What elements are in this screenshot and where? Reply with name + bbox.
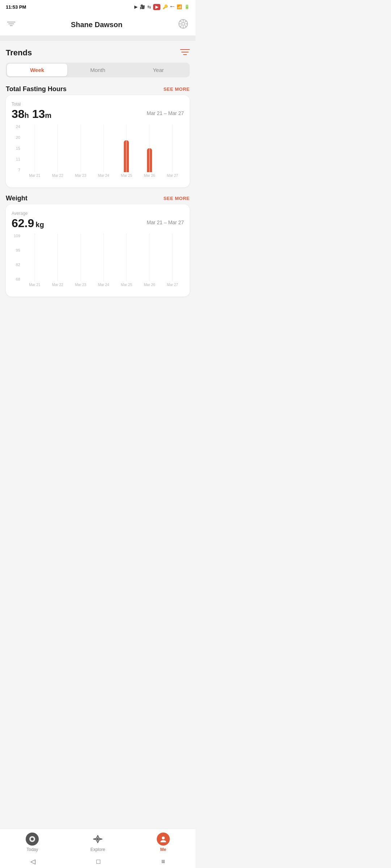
wbar-mar27: [161, 234, 184, 281]
wbar-mar25: [115, 234, 138, 281]
x-label-mar23: Mar 23: [69, 174, 92, 182]
x-label-mar24: Mar 24: [92, 174, 115, 182]
wbar-mar26: [138, 234, 161, 281]
camera-icon: 🎥: [140, 4, 145, 9]
x-label-mar25: Mar 25: [115, 174, 138, 182]
status-time: 11:53 PM: [6, 4, 26, 10]
x-label-mar21: Mar 21: [23, 174, 46, 182]
tab-month[interactable]: Month: [67, 64, 128, 76]
fasting-y-axis: 24 20 15 11 7: [12, 124, 22, 172]
trends-header: Trends: [6, 48, 190, 58]
y-label-20: 20: [12, 135, 22, 140]
app-header: Shane Dawson: [0, 14, 196, 36]
battery-red-icon: ▶: [153, 4, 160, 10]
wx-label-mar26: Mar 26: [138, 283, 161, 292]
bar-mar23: [69, 124, 92, 172]
y-label-15: 15: [12, 146, 22, 150]
wy-label-109: 109: [12, 234, 22, 238]
fasting-section-header: Total Fasting Hours SEE MORE: [6, 85, 190, 93]
wbar-mar22: [46, 234, 69, 281]
settings-icon[interactable]: [178, 19, 188, 30]
weight-stat-value: 62.9kg: [12, 217, 44, 230]
wy-label-82: 82: [12, 263, 22, 267]
main-content: Trends Week Month Year Total Fasting Hou…: [0, 41, 196, 340]
weight-chart: 109 95 82 68 Mar 21 Mar 22 Mar 23 Mar 24…: [12, 234, 184, 292]
fasting-chart: 24 20 15 11 7 Mar 21 Mar 22 Mar 23: [12, 124, 184, 182]
key-icon: 🔑: [163, 4, 168, 9]
weight-see-more[interactable]: SEE MORE: [163, 196, 190, 201]
svg-line-9: [180, 21, 181, 22]
weight-stat-label: Average: [12, 211, 44, 216]
weight-unit: kg: [35, 221, 44, 229]
header-title: Shane Dawson: [71, 21, 122, 29]
y-label-7: 7: [12, 168, 22, 172]
screen-record-icon: ▶: [134, 4, 138, 9]
x-label-mar26: Mar 26: [138, 174, 161, 182]
wx-label-mar22: Mar 22: [46, 283, 69, 292]
fasting-x-axis: Mar 21 Mar 22 Mar 23 Mar 24 Mar 25 Mar 2…: [23, 174, 184, 182]
trends-filter-icon[interactable]: [180, 48, 190, 57]
wx-label-mar25: Mar 25: [115, 283, 138, 292]
bar-mar27: [161, 124, 184, 172]
svg-line-10: [185, 26, 186, 27]
x-label-mar22: Mar 22: [46, 174, 69, 182]
trends-title: Trends: [6, 48, 32, 58]
status-bar: 11:53 PM ▶ 🎥 ⇆ ▶ 🔑 ⭠ 📶 🔋: [0, 0, 196, 14]
wx-label-mar24: Mar 24: [92, 283, 115, 292]
bluetooth-icon: ⭠: [170, 4, 175, 9]
tab-week[interactable]: Week: [7, 64, 67, 76]
weight-card: Average 62.9kg Mar 21 – Mar 27 109 95 82…: [6, 204, 190, 297]
wbar-mar23: [69, 234, 92, 281]
svg-line-11: [185, 21, 186, 22]
time-period-tabs: Week Month Year: [6, 63, 190, 77]
wy-label-95: 95: [12, 248, 22, 252]
bar-mar22: [46, 124, 69, 172]
tab-year[interactable]: Year: [128, 64, 189, 76]
wx-label-mar23: Mar 23: [69, 283, 92, 292]
wx-label-mar21: Mar 21: [23, 283, 46, 292]
section-divider: [0, 36, 196, 41]
bar-mar26[interactable]: [138, 124, 161, 172]
wy-label-68: 68: [12, 277, 22, 281]
bar-mar21: [23, 124, 46, 172]
weight-y-axis: 109 95 82 68: [12, 234, 22, 281]
fasting-title: Total Fasting Hours: [6, 85, 67, 93]
status-icons: ▶ 🎥 ⇆ ▶ 🔑 ⭠ 📶 🔋: [134, 4, 190, 10]
wbar-mar21: [23, 234, 46, 281]
y-label-11: 11: [12, 157, 22, 161]
fasting-date-range: Mar 21 – Mar 27: [147, 110, 184, 116]
x-label-mar27: Mar 27: [161, 174, 184, 182]
wifi-icon: 📶: [177, 4, 182, 9]
fasting-bars: [23, 124, 184, 172]
svg-line-12: [180, 26, 181, 27]
wx-label-mar27: Mar 27: [161, 283, 184, 292]
y-label-24: 24: [12, 124, 22, 129]
bar-mar25[interactable]: [115, 124, 138, 172]
weight-date-range: Mar 21 – Mar 27: [147, 220, 184, 225]
fasting-see-more[interactable]: SEE MORE: [163, 86, 190, 92]
weight-title: Weight: [6, 195, 28, 202]
wbar-mar24: [92, 234, 115, 281]
battery-icon: 🔋: [184, 4, 190, 9]
weight-x-axis: Mar 21 Mar 22 Mar 23 Mar 24 Mar 25 Mar 2…: [23, 283, 184, 292]
fasting-card: Total 38h 13m Mar 21 – Mar 27 24 20 15 1…: [6, 95, 190, 187]
fasting-stat-value: 38h 13m: [12, 107, 51, 121]
svg-point-4: [182, 22, 185, 25]
vpn-icon: ⇆: [147, 4, 151, 9]
bar-mar24: [92, 124, 115, 172]
weight-section-header: Weight SEE MORE: [6, 195, 190, 202]
fasting-stat-label: Total: [12, 102, 51, 107]
filter-icon[interactable]: [7, 21, 15, 29]
weight-bars: [23, 234, 184, 281]
